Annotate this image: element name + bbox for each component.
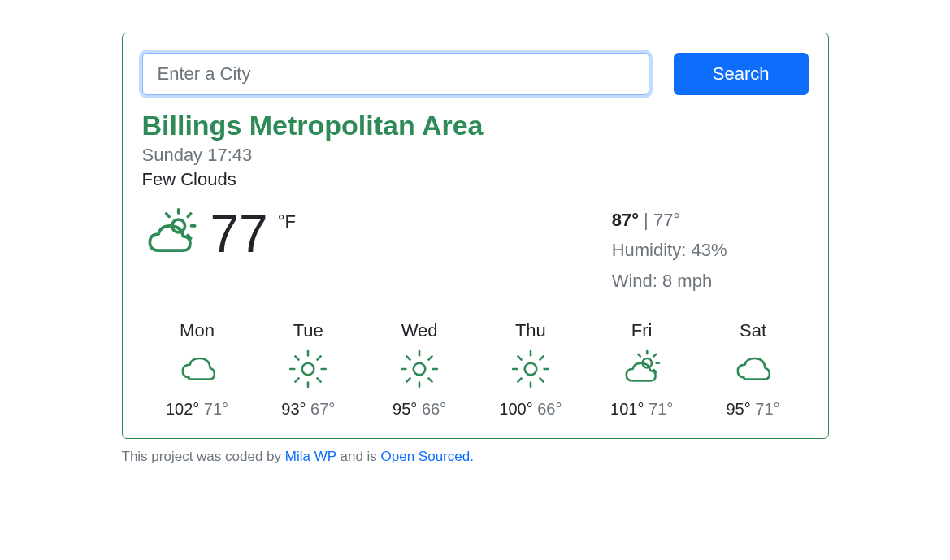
search-input[interactable]: [142, 53, 649, 95]
forecast-day-name: Mon: [149, 320, 246, 341]
forecast-temps: 93° 67°: [259, 400, 357, 419]
open-source-link[interactable]: Open Sourced.: [381, 449, 474, 464]
forecast-hi: 95°: [726, 400, 750, 418]
forecast-day-name: Thu: [482, 320, 579, 341]
forecast-lo: 71°: [755, 400, 779, 418]
forecast-day: Thu100° 66°: [482, 320, 579, 419]
cloud-icon: [176, 348, 219, 390]
partly-cloudy-icon: [621, 348, 663, 390]
current-details: 87° | 77° Humidity: 43% Wind: 8 mph: [612, 205, 809, 296]
current-main: 77 °F: [142, 205, 296, 263]
sun-icon: [510, 348, 552, 390]
forecast-lo: 71°: [204, 400, 228, 418]
search-button[interactable]: Search: [674, 53, 809, 95]
humidity-value: 43%: [691, 240, 727, 260]
search-row: Search: [142, 53, 809, 95]
forecast-temps: 95° 71°: [704, 400, 801, 419]
partly-cloudy-icon: [142, 205, 201, 263]
forecast-day: Tue93° 67°: [259, 320, 357, 419]
hi-lo: 87° | 77°: [612, 205, 727, 235]
forecast-day-name: Fri: [593, 320, 691, 341]
forecast-day-name: Sat: [704, 320, 801, 341]
forecast-hi: 100°: [499, 400, 532, 418]
forecast-hi: 93°: [281, 400, 306, 418]
weather-card: Search Billings Metropolitan Area Sunday…: [122, 33, 829, 439]
forecast-lo: 66°: [422, 400, 446, 418]
forecast-temps: 101° 71°: [593, 400, 691, 419]
forecast-temps: 95° 66°: [371, 400, 468, 419]
sun-icon: [398, 348, 440, 390]
forecast-lo: 71°: [649, 400, 673, 418]
forecast-day: Wed95° 66°: [371, 320, 468, 419]
wind-value: 8 mph: [662, 271, 712, 291]
forecast-hi: 95°: [393, 400, 417, 418]
city-title: Billings Metropolitan Area: [142, 110, 809, 141]
footer: This project was coded by Mila WP and is…: [122, 449, 829, 465]
forecast-day: Fri101° 71°: [593, 320, 691, 419]
forecast-hi: 102°: [166, 400, 199, 418]
lo-temp: 77°: [653, 210, 680, 230]
forecast-day-name: Wed: [371, 320, 468, 341]
forecast-lo: 66°: [537, 400, 562, 418]
current-temp: 77: [210, 208, 268, 260]
hi-temp: 87°: [612, 210, 639, 230]
temp-unit: °F: [278, 211, 296, 232]
forecast-temps: 100° 66°: [482, 400, 579, 419]
date-time: Sunday 17:43: [142, 145, 809, 166]
wind-row: Wind: 8 mph: [612, 266, 727, 296]
forecast-day-name: Tue: [259, 320, 357, 341]
humidity-row: Humidity: 43%: [612, 235, 727, 265]
forecast-row: Mon102° 71°Tue93° 67°Wed95° 66°Thu100° 6…: [142, 320, 809, 419]
forecast-lo: 67°: [310, 400, 335, 418]
sun-icon: [287, 348, 329, 390]
forecast-temps: 102° 71°: [149, 400, 246, 419]
forecast-hi: 101°: [610, 400, 644, 418]
forecast-day: Sat95° 71°: [704, 320, 801, 419]
cloud-icon: [731, 348, 774, 390]
weather-description: Few Clouds: [142, 169, 809, 190]
current-weather-row: 77 °F 87° | 77° Humidity: 43% Wind: 8 mp…: [142, 205, 809, 296]
forecast-day: Mon102° 71°: [149, 320, 246, 419]
author-link[interactable]: Mila WP: [285, 449, 336, 464]
